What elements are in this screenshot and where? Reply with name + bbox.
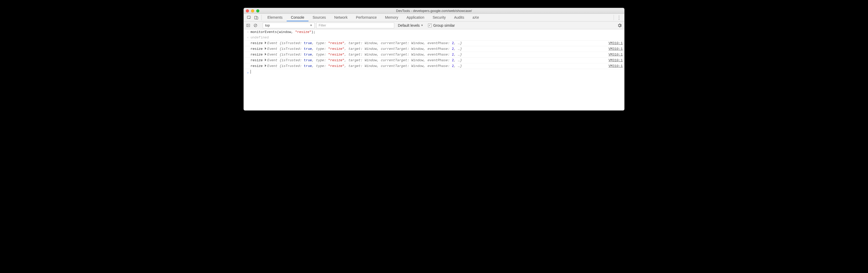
checkbox-checked-icon[interactable]: ✓ (428, 24, 432, 27)
minimize-window-button[interactable] (251, 9, 254, 12)
val-eventPhase: 2 (452, 47, 454, 51)
tab-memory[interactable]: Memory (381, 14, 403, 21)
punct: , (312, 41, 316, 45)
object-key: target (348, 58, 361, 62)
brace: } (460, 64, 462, 68)
object-key: eventPhase (428, 64, 448, 68)
tab-console[interactable]: Console (287, 14, 308, 21)
event-label: resize (250, 53, 265, 57)
inspect-element-icon[interactable] (245, 14, 253, 22)
svg-rect-0 (247, 16, 250, 19)
punct: , (344, 41, 348, 45)
log-content[interactable]: resize Event {isTrusted: true, type: "re… (250, 41, 604, 45)
punct: , (454, 41, 458, 45)
source-link[interactable]: VM310:1 (604, 47, 623, 51)
log-levels-select[interactable]: Default levels ▼ (396, 23, 426, 28)
console-log-row: resize Event {isTrusted: true, type: "re… (244, 40, 624, 46)
ellipsis: … (458, 53, 460, 57)
punct: : (300, 58, 304, 62)
expand-triangle-icon[interactable] (265, 64, 267, 67)
traffic-lights (246, 9, 259, 12)
tab-security[interactable]: Security (429, 14, 450, 21)
object-key: isTrusted (281, 64, 300, 68)
punct: , (312, 64, 316, 68)
val-currentTarget: Window (411, 53, 424, 57)
ellipsis: … (458, 58, 460, 62)
svg-rect-2 (256, 17, 258, 19)
punct: , (423, 58, 428, 62)
filter-input[interactable]: Filter (316, 23, 394, 28)
expand-triangle-icon[interactable] (265, 59, 267, 61)
group-similar-toggle[interactable]: ✓ Group similar (427, 23, 455, 28)
punct: : (448, 41, 452, 45)
punct: : (300, 53, 304, 57)
punct: : (361, 58, 365, 62)
input-chevron-icon: › (245, 30, 250, 34)
devtools-tabs: Elements Console Sources Network Perform… (263, 14, 483, 21)
val-eventPhase: 2 (452, 41, 454, 45)
punct: , (423, 64, 428, 68)
source-link[interactable]: VM310:1 (604, 53, 623, 57)
console-prompt[interactable]: › (244, 69, 624, 75)
punct: , (344, 64, 348, 68)
event-class: Event (268, 41, 280, 45)
expand-triangle-icon[interactable] (265, 41, 267, 44)
event-class: Event (268, 47, 280, 51)
source-link[interactable]: VM310:1 (604, 64, 623, 68)
punct: : (300, 47, 304, 51)
console-settings-icon[interactable] (616, 22, 623, 29)
object-key: target (348, 53, 361, 57)
punct: : (361, 53, 365, 57)
zoom-window-button[interactable] (256, 9, 259, 12)
log-content[interactable]: resize Event {isTrusted: true, type: "re… (250, 53, 604, 57)
punct: : (324, 58, 328, 62)
show-console-sidebar-icon[interactable] (245, 23, 251, 28)
close-window-button[interactable] (246, 9, 249, 12)
object-key: isTrusted (281, 41, 300, 45)
punct: : (448, 53, 452, 57)
ellipsis: … (458, 64, 460, 68)
devtools-window: DevTools - developers.google.com/web/sho… (244, 8, 624, 110)
val-eventPhase: 2 (452, 64, 454, 68)
execution-context-select[interactable]: top ▼ (263, 23, 315, 28)
punct: : (448, 64, 452, 68)
object-key: type (316, 58, 324, 62)
window-title: DevTools - developers.google.com/web/sho… (244, 9, 624, 13)
punct: , (377, 41, 381, 45)
return-value: undefined (250, 36, 269, 39)
punct: : (407, 47, 411, 51)
event-class: Event (268, 64, 280, 68)
source-link[interactable]: VM310:1 (604, 58, 623, 62)
tab-axe[interactable]: aXe (468, 14, 483, 21)
log-content[interactable]: resize Event {isTrusted: true, type: "re… (250, 47, 604, 51)
log-content[interactable]: resize Event {isTrusted: true, type: "re… (250, 64, 604, 68)
object-key: type (316, 47, 324, 51)
tab-sources[interactable]: Sources (308, 14, 330, 21)
punct: , (454, 64, 458, 68)
tab-elements[interactable]: Elements (263, 14, 287, 21)
punct: , (312, 58, 316, 62)
tab-network[interactable]: Network (330, 14, 352, 21)
punct: : (448, 58, 452, 62)
expand-triangle-icon[interactable] (265, 47, 267, 50)
object-key: currentTarget (381, 41, 407, 45)
val-eventPhase: 2 (452, 58, 454, 62)
tab-performance[interactable]: Performance (352, 14, 381, 21)
val-currentTarget: Window (411, 47, 424, 51)
val-target: Window (365, 58, 377, 62)
object-key: eventPhase (428, 41, 448, 45)
more-options-icon[interactable]: ⋮ (615, 14, 623, 21)
object-key: target (348, 41, 361, 45)
object-key: type (316, 64, 324, 68)
tab-audits[interactable]: Audits (450, 14, 468, 21)
expand-triangle-icon[interactable] (265, 53, 267, 56)
clear-console-icon[interactable] (253, 23, 258, 28)
source-link[interactable]: VM310:1 (604, 41, 623, 45)
brace: } (460, 53, 462, 57)
log-content[interactable]: resize Event {isTrusted: true, type: "re… (250, 58, 604, 62)
log-levels-label: Default levels (398, 23, 420, 28)
tab-application[interactable]: Application (402, 14, 429, 21)
punct: : (407, 41, 411, 45)
console-log-row: resize Event {isTrusted: true, type: "re… (244, 46, 624, 52)
toggle-device-toolbar-icon[interactable] (253, 14, 260, 22)
